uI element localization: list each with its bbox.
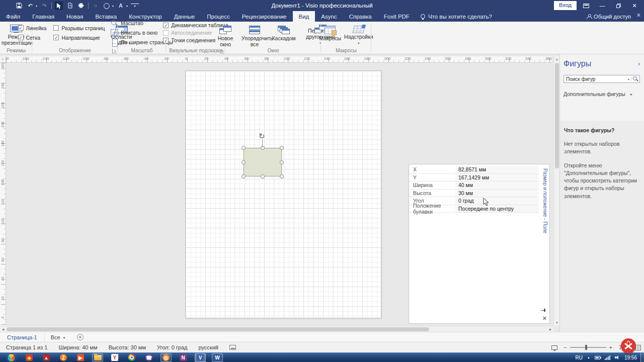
explorer-icon[interactable]	[92, 353, 103, 362]
save-icon[interactable]	[15, 2, 23, 10]
page-tab[interactable]: Страница-1	[0, 332, 45, 342]
yandex-icon[interactable]: Y	[109, 353, 120, 362]
field-value[interactable]: 40 мм	[455, 182, 538, 189]
qat-customize-icon[interactable]: ▾	[131, 4, 139, 8]
text-dropdown-icon[interactable]: ▾	[126, 4, 128, 8]
app1-icon[interactable]: ◆	[24, 353, 35, 362]
vscroll-thumb[interactable]	[555, 63, 559, 168]
chrome-icon[interactable]	[126, 353, 137, 362]
app4-icon[interactable]: ▶	[75, 353, 86, 362]
print-icon[interactable]	[77, 2, 85, 10]
ribbon-tab[interactable]: Файл	[0, 11, 26, 22]
addins-button[interactable]: Надстройки▾	[343, 24, 375, 47]
field-value[interactable]: 30 мм	[455, 190, 538, 197]
macros-button[interactable]: Макросы	[317, 24, 343, 47]
ribbon-checkbox[interactable]: ✓Сетка	[18, 33, 47, 42]
close-icon[interactable]: ✕	[628, 1, 641, 10]
ribbon-tab[interactable]: Справка	[343, 11, 378, 22]
selection-handle[interactable]	[280, 146, 284, 150]
checkbox-icon[interactable]: ✓	[18, 25, 24, 31]
ribbon-tab[interactable]: Async	[315, 11, 343, 22]
rotation-handle-icon[interactable]: ↻	[259, 132, 265, 140]
selected-rectangle-shape[interactable]	[244, 148, 282, 176]
word-icon[interactable]: W	[212, 353, 223, 362]
search-dropdown-icon[interactable]: ▾	[626, 77, 631, 81]
onenote-icon[interactable]: N	[178, 353, 189, 362]
add-page-button[interactable]: +	[77, 334, 84, 340]
show-desktop-button[interactable]	[640, 353, 644, 362]
shape-search-input[interactable]: Поиск фигур ▾	[564, 75, 640, 83]
ribbon-tab[interactable]: Новая	[60, 11, 89, 22]
ribbon-display-options-icon[interactable]	[580, 1, 593, 10]
presentation-icon[interactable]	[551, 345, 557, 350]
share-button[interactable]: Общий доступ	[587, 11, 631, 22]
visio-icon[interactable]: V	[195, 353, 206, 362]
checkbox-icon[interactable]	[53, 25, 59, 31]
status-item[interactable]: русский	[199, 344, 218, 350]
checkbox-icon[interactable]	[163, 30, 169, 36]
field-value[interactable]: Посередине по центру	[455, 205, 538, 213]
vertical-scrollbar[interactable]: ▲ ▼	[553, 56, 559, 326]
size-position-tab-label[interactable]: Размер и положение - Поле	[542, 168, 548, 233]
search-icon[interactable]	[632, 76, 638, 82]
ellipse-tool-icon[interactable]: ◯	[103, 2, 111, 10]
selection-handle[interactable]	[242, 174, 246, 178]
drawing-page[interactable]	[185, 70, 381, 318]
ribbon-tab[interactable]: Процесс	[201, 11, 235, 22]
pointer-tool-icon[interactable]	[55, 2, 63, 10]
tell-me-button[interactable]: Что вы хотите сделать?	[416, 11, 497, 22]
ribbon-checkbox[interactable]: ✓Линейка	[18, 24, 47, 32]
zoom-slider[interactable]: − +	[564, 344, 612, 350]
ribbon-checkbox[interactable]: ✓Направляющие	[53, 33, 105, 42]
dialog-launcher-icon[interactable]: ↘	[112, 49, 117, 53]
zoom-track[interactable]	[570, 347, 606, 348]
zoom-thumb[interactable]	[585, 345, 587, 350]
field-value[interactable]: 167,1429 мм	[455, 174, 538, 182]
ribbon-checkbox[interactable]: Разрывы страниц	[53, 24, 105, 32]
ribbon-tab[interactable]: Рецензирование	[236, 11, 293, 22]
undo-icon[interactable]: ↶	[26, 2, 34, 10]
status-item[interactable]: Страница 1 из 1	[6, 344, 47, 350]
ribbon-window-button[interactable]: Каскадом	[269, 25, 298, 43]
start-button-icon[interactable]	[7, 353, 16, 362]
ellipse-dropdown-icon[interactable]: ▾	[112, 4, 114, 8]
ribbon-window-button[interactable]: Новое окно	[211, 25, 240, 48]
selection-handle[interactable]	[280, 174, 284, 178]
checkbox-icon[interactable]: ✓	[163, 23, 169, 28]
zoom-in-icon[interactable]: +	[609, 344, 612, 350]
language-indicator[interactable]: RU	[576, 355, 583, 360]
selection-handle[interactable]	[261, 174, 265, 178]
overlay-app-badge[interactable]	[621, 338, 636, 353]
all-pages-dropdown[interactable]: Все ▲	[45, 334, 72, 340]
drawing-viewport[interactable]: ↻ X82,8571 ммY167,1429 ммШирина40 ммВысо…	[6, 63, 551, 326]
field-value[interactable]: 0 град	[455, 197, 538, 205]
viber-icon[interactable]: ☎	[143, 353, 154, 362]
app9-icon[interactable]: ◎	[160, 353, 172, 362]
dialog-launcher-icon[interactable]: ↘	[220, 49, 224, 53]
volume-icon[interactable]	[615, 355, 620, 360]
close-icon[interactable]: ✕	[542, 316, 547, 321]
ribbon-tab[interactable]: Главная	[26, 11, 60, 22]
selection-handle[interactable]	[242, 146, 246, 150]
undo-dropdown-icon[interactable]: ▾	[36, 4, 37, 8]
app2-icon[interactable]: ▲	[41, 353, 52, 362]
format-shape-icon[interactable]	[66, 2, 74, 10]
zoom-out-icon[interactable]: −	[564, 344, 567, 350]
horizontal-ruler[interactable]: -180-160-140-120-100-80-60-40-2002040608…	[6, 56, 551, 63]
selection-handle[interactable]	[280, 160, 284, 164]
expand-panel-icon[interactable]: ›	[638, 60, 640, 67]
sign-in-button[interactable]: Вход	[554, 1, 577, 10]
panel-close-icon[interactable]: ✕	[636, 12, 641, 19]
checkbox-icon[interactable]: ✓	[18, 35, 24, 40]
pin-icon[interactable]	[541, 308, 546, 312]
vertical-ruler[interactable]: 260240220200180160140120100806040200	[0, 63, 6, 326]
app3-icon[interactable]: 2	[58, 353, 69, 362]
battery-icon[interactable]	[595, 356, 600, 359]
macro-record-icon[interactable]	[229, 345, 236, 350]
field-value[interactable]: 82,8571 мм	[455, 166, 538, 173]
selection-handle[interactable]	[242, 160, 246, 164]
minimize-icon[interactable]: —	[596, 1, 609, 10]
checkbox-icon[interactable]: ✓	[163, 38, 169, 43]
ribbon-tab[interactable]: Вид	[293, 11, 315, 22]
status-item[interactable]: Ширина: 40 мм	[58, 344, 97, 350]
